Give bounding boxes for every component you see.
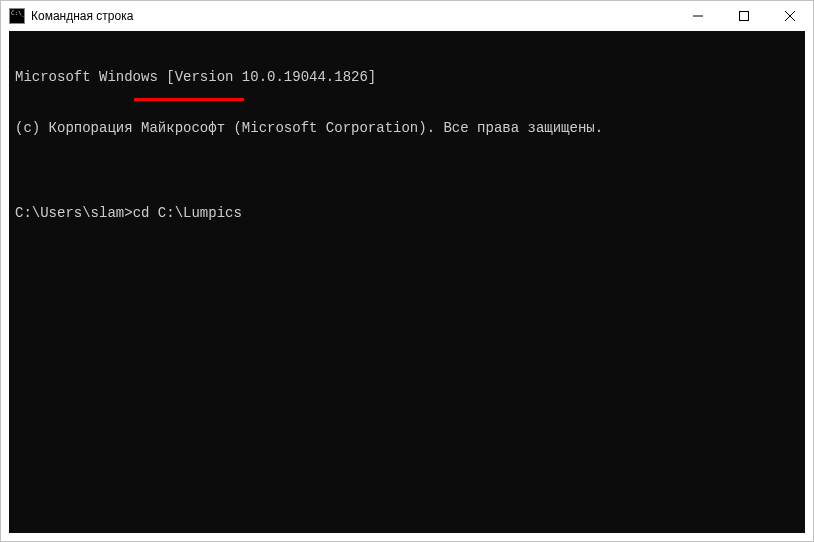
cmd-window: Командная строка Microsoft Windows [Vers…	[0, 0, 814, 542]
window-title: Командная строка	[31, 9, 675, 23]
terminal-prompt-line: C:\Users\slam>cd C:\Lumpics	[15, 205, 799, 222]
minimize-button[interactable]	[675, 1, 721, 31]
window-controls	[675, 1, 813, 31]
prompt-text: C:\Users\slam>	[15, 205, 133, 221]
cmd-icon	[9, 8, 25, 24]
terminal-output-line: Microsoft Windows [Version 10.0.19044.18…	[15, 69, 799, 86]
highlight-underline-annotation	[134, 98, 244, 101]
terminal-area[interactable]: Microsoft Windows [Version 10.0.19044.18…	[9, 31, 805, 533]
svg-rect-1	[740, 12, 749, 21]
titlebar[interactable]: Командная строка	[1, 1, 813, 31]
terminal-output-line: (c) Корпорация Майкрософт (Microsoft Cor…	[15, 120, 799, 137]
command-text: cd C:\Lumpics	[133, 205, 242, 221]
close-button[interactable]	[767, 1, 813, 31]
maximize-button[interactable]	[721, 1, 767, 31]
